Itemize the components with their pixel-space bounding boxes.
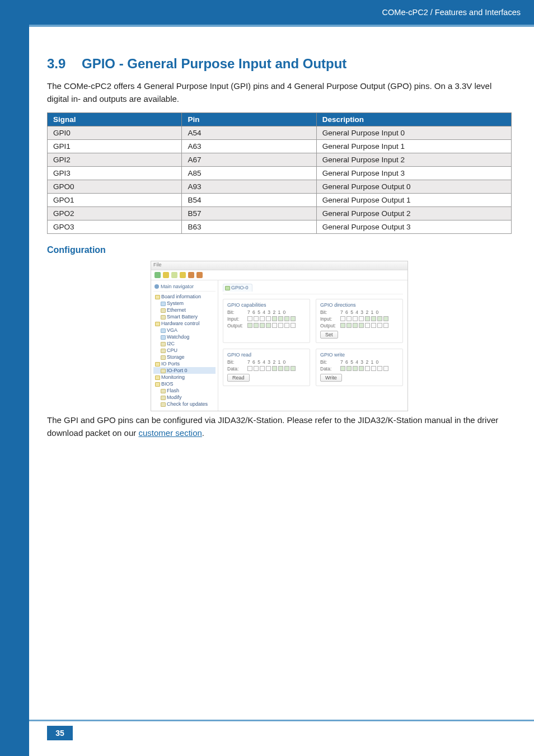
th-signal: Signal: [48, 112, 182, 126]
nav-item: Storage: [153, 354, 216, 360]
nav-title: Main navigator: [153, 283, 216, 292]
panel-gpio-write: GPIO write Bit:7 6 5 4 3 2 1 0 Data: Wri…: [316, 349, 403, 386]
nav-item-selected: IO-Port 0: [153, 367, 216, 374]
breadcrumb: COMe-cPC2 / Features and Interfaces: [382, 8, 521, 17]
nav-item: System: [153, 300, 216, 307]
toolbar-icon: [188, 272, 194, 278]
section-intro: The COMe-cPC2 offers 4 General Purpose I…: [47, 79, 512, 106]
config-paragraph: The GPI and GPO pins can be configured v…: [47, 414, 512, 440]
panel-gpio-capabilities: GPIO capabilities Bit:7 6 5 4 3 2 1 0 In…: [223, 299, 310, 343]
header-separator: [29, 25, 534, 27]
table-row: GPO3B63General Purpose Output 3: [48, 220, 512, 233]
toolbar-icon: [154, 272, 161, 278]
nav-item: CPU: [153, 347, 216, 354]
footer-separator: [29, 720, 534, 721]
th-pin: Pin: [182, 112, 316, 126]
table-row: GPO1B54General Purpose Output 1: [48, 193, 512, 206]
shot-main-panel: GPIO-0 GPIO capabilities Bit:7 6 5 4 3 2…: [218, 280, 407, 411]
th-description: Description: [316, 112, 511, 126]
table-row: GPI0A54General Purpose Input 0: [48, 126, 512, 139]
table-row: GPO2B57General Purpose Output 2: [48, 206, 512, 220]
toolbar-icon: [196, 272, 203, 278]
nav-item: I2C: [153, 340, 216, 347]
nav-item: Smart Battery: [153, 313, 216, 320]
write-button: Write: [320, 374, 342, 382]
kstation-screenshot: File Main navigator Board information Sy…: [151, 261, 408, 411]
nav-tree: Board information System Ethernet Smart …: [153, 292, 216, 407]
nav-item: Modify: [153, 394, 216, 401]
page-content: 3.9GPIO - General Purpose Input and Outp…: [47, 56, 512, 446]
header-bar: COMe-cPC2 / Features and Interfaces: [29, 0, 534, 25]
toolbar-icon: [180, 272, 186, 278]
panel-gpio-directions: GPIO directions Bit:7 6 5 4 3 2 1 0 Inpu…: [316, 299, 403, 343]
table-row: GPI3A85General Purpose Input 3: [48, 166, 512, 180]
table-row: GPO0A93General Purpose Output 0: [48, 180, 512, 193]
table-row: GPI1A63General Purpose Input 1: [48, 139, 512, 153]
configuration-heading: Configuration: [47, 245, 512, 255]
nav-item: Check for updates: [153, 401, 216, 407]
signal-table: Signal Pin Description GPI0A54General Pu…: [47, 112, 512, 234]
read-button: Read: [227, 374, 250, 382]
nav-item: Monitoring: [153, 374, 216, 381]
shot-toolbar: [151, 270, 407, 280]
tab-strip: GPIO-0: [223, 284, 403, 294]
page-number: 35: [47, 726, 73, 740]
panel-gpio-read: GPIO read Bit:7 6 5 4 3 2 1 0 Data: Read: [223, 349, 310, 386]
nav-item: IO Ports: [153, 360, 216, 367]
section-heading: 3.9GPIO - General Purpose Input and Outp…: [47, 56, 512, 72]
customer-section-link[interactable]: customer section: [138, 428, 202, 438]
globe-icon: [154, 284, 159, 289]
tab-gpio0: GPIO-0: [223, 284, 252, 292]
section-number: 3.9: [47, 56, 82, 72]
nav-item: BIOS: [153, 381, 216, 387]
shot-menubar: File: [151, 261, 407, 270]
toolbar-icon: [163, 272, 169, 278]
table-row: GPI2A67General Purpose Input 2: [48, 153, 512, 166]
nav-item: Board information: [153, 293, 216, 300]
toolbar-icon: [171, 272, 177, 278]
left-color-bar: [0, 0, 29, 756]
nav-item: Ethernet: [153, 307, 216, 313]
set-button: Set: [320, 331, 338, 339]
nav-item: Flash: [153, 387, 216, 394]
nav-item: Hardware control: [153, 320, 216, 327]
nav-item: VGA: [153, 327, 216, 334]
nav-item: Watchdog: [153, 334, 216, 340]
shot-nav-panel: Main navigator Board information System …: [151, 280, 218, 411]
section-title: GPIO - General Purpose Input and Output: [82, 56, 346, 71]
